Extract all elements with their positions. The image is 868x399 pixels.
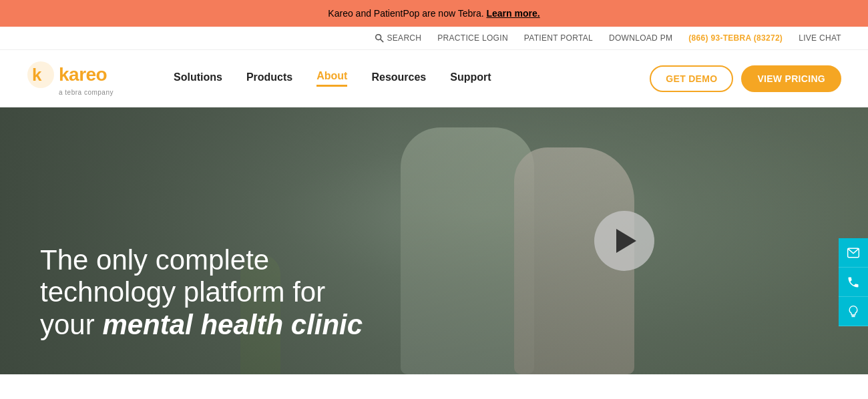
email-icon <box>847 246 860 260</box>
main-header: k kareo a tebra company Solutions Produc… <box>0 50 868 107</box>
hero-section: The only complete technology platform fo… <box>0 107 868 374</box>
svg-text:k: k <box>32 65 42 85</box>
nav-about[interactable]: About <box>316 70 347 87</box>
idea-icon <box>847 305 860 318</box>
top-nav-practice-login[interactable]: PRACTICE LOGIN <box>437 33 508 43</box>
play-button[interactable] <box>594 211 654 271</box>
sidebar-idea-button[interactable] <box>839 297 868 326</box>
nav-support[interactable]: Support <box>450 71 491 86</box>
banner-text: Kareo and PatientPop are now Tebra. <box>328 8 486 19</box>
top-nav-live-chat[interactable]: LIVE CHAT <box>799 33 841 43</box>
get-demo-button[interactable]: GET DEMO <box>650 65 733 92</box>
top-nav-phone[interactable]: (866) 93-TEBRA (83272) <box>688 33 783 43</box>
svg-line-1 <box>381 39 383 42</box>
logo-name: kareo <box>59 64 107 85</box>
nav-products[interactable]: Products <box>246 71 292 86</box>
kareo-logo-icon: k <box>27 61 55 89</box>
right-sidebar <box>839 238 868 326</box>
phone-icon <box>847 276 860 289</box>
top-nav-download-pm[interactable]: DOWNLOAD PM <box>609 33 672 43</box>
top-nav: SEARCH PRACTICE LOGIN PATIENT PORTAL DOW… <box>0 27 868 50</box>
svg-point-0 <box>376 35 381 40</box>
announcement-banner: Kareo and PatientPop are now Tebra. Lear… <box>0 0 868 27</box>
view-pricing-button[interactable]: VIEW PRICING <box>741 65 841 92</box>
cta-buttons: GET DEMO VIEW PRICING <box>650 65 841 92</box>
top-nav-patient-portal[interactable]: PATIENT PORTAL <box>524 33 593 43</box>
sidebar-email-button[interactable] <box>839 238 868 268</box>
play-icon <box>616 229 636 253</box>
logo-tagline: a tebra company <box>59 89 134 96</box>
sidebar-phone-button[interactable] <box>839 268 868 297</box>
search-icon <box>375 33 384 43</box>
logo[interactable]: k kareo a tebra company <box>27 61 134 96</box>
hero-content: The only complete technology platform fo… <box>40 244 363 341</box>
nav-solutions[interactable]: Solutions <box>174 71 222 86</box>
main-navigation: Solutions Products About Resources Suppo… <box>174 70 650 87</box>
top-nav-search[interactable]: SEARCH <box>375 33 421 43</box>
banner-link[interactable]: Learn more. <box>486 8 539 19</box>
nav-resources[interactable]: Resources <box>371 71 426 86</box>
hero-headline: The only complete technology platform fo… <box>40 244 363 341</box>
